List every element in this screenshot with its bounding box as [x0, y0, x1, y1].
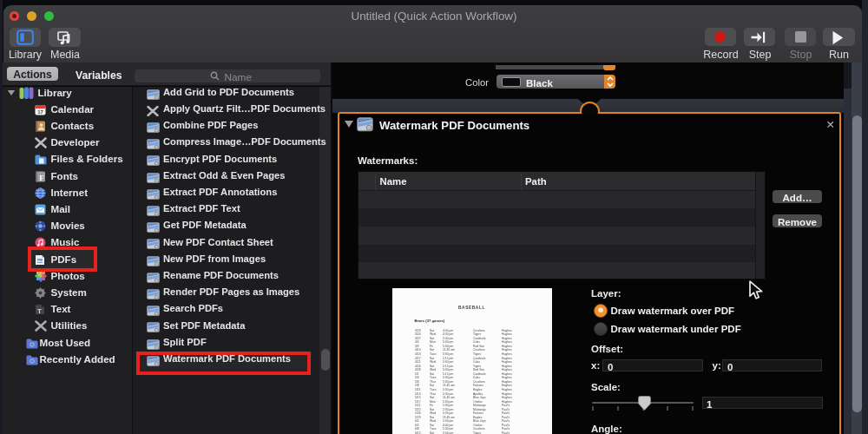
svg-text:F: F	[39, 173, 44, 181]
svg-text:T: T	[37, 307, 42, 315]
svg-text:17: 17	[37, 109, 43, 115]
